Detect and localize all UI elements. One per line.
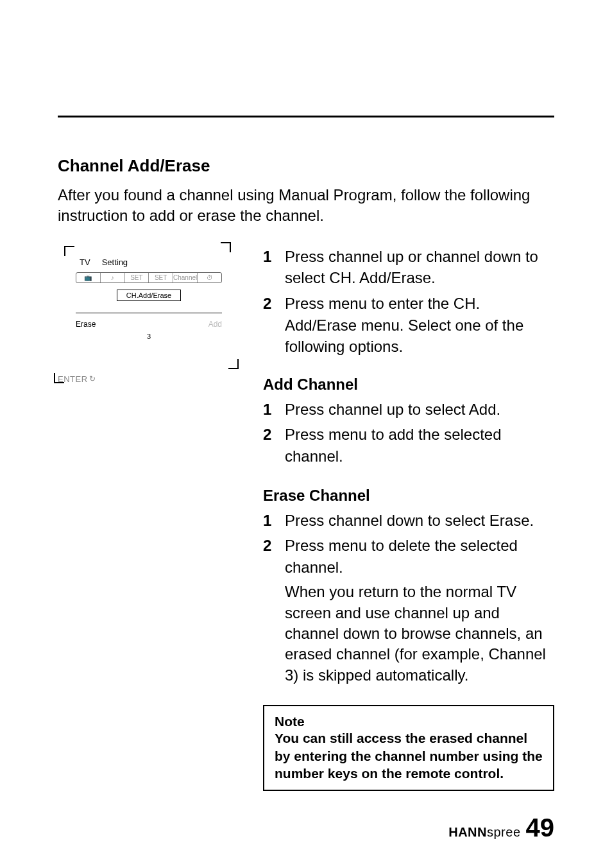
osd-icon: ⏱ bbox=[198, 273, 221, 282]
step-item: Press menu to enter the CH. Add/Erase me… bbox=[263, 293, 554, 358]
enter-arrow-icon: ↻ bbox=[89, 374, 96, 383]
erase-continuation: When you return to the normal TV screen … bbox=[285, 582, 554, 686]
osd-selected-item: CH.Add/Erase bbox=[117, 290, 181, 301]
osd-icon-row: 📺 ♪ SET SET Channel ⏱ bbox=[76, 272, 222, 283]
add-channel-heading: Add Channel bbox=[263, 376, 554, 394]
intro-text: After you found a channel using Manual P… bbox=[58, 185, 554, 227]
osd-icon: SET bbox=[125, 273, 149, 282]
note-heading: Note bbox=[275, 714, 543, 729]
section-title: Channel Add/Erase bbox=[58, 156, 554, 176]
osd-icon: SET bbox=[149, 273, 173, 282]
step-item: Press channel up to select Add. bbox=[263, 399, 554, 421]
osd-header-left: TV bbox=[80, 257, 90, 267]
osd-erase-label: Erase bbox=[76, 320, 96, 329]
osd-icon: ♪ bbox=[101, 273, 125, 282]
osd-header-right: Setting bbox=[102, 257, 128, 267]
osd-enter-label: ENTER↻ bbox=[58, 374, 237, 384]
main-steps-list: Press channel up or channel down to sele… bbox=[263, 246, 554, 358]
add-steps-list: Press channel up to select Add. Press me… bbox=[263, 399, 554, 467]
note-body: You can still access the erased channel … bbox=[275, 729, 543, 782]
osd-channel-number: 3 bbox=[76, 333, 222, 340]
step-item: Press menu to delete the selected channe… bbox=[263, 535, 554, 578]
step-item: Press channel up or channel down to sele… bbox=[263, 246, 554, 289]
page-footer: HANNspree 49 bbox=[448, 813, 554, 842]
step-item: Press channel down to select Erase. bbox=[263, 510, 554, 532]
brand-logo: HANNspree bbox=[448, 825, 520, 840]
erase-steps-list: Press channel down to select Erase. Pres… bbox=[263, 510, 554, 578]
erase-channel-heading: Erase Channel bbox=[263, 487, 554, 505]
page-number: 49 bbox=[526, 813, 555, 842]
osd-icon: 📺 bbox=[76, 273, 101, 282]
osd-screenshot: TV Setting 📺 ♪ SET SET Channel ⏱ CH.Add/… bbox=[58, 246, 237, 374]
osd-add-label: Add bbox=[208, 320, 222, 329]
osd-icon: Channel bbox=[173, 273, 198, 282]
top-divider bbox=[58, 116, 554, 117]
note-box: Note You can still access the erased cha… bbox=[263, 705, 554, 791]
step-item: Press menu to add the selected channel. bbox=[263, 424, 554, 467]
